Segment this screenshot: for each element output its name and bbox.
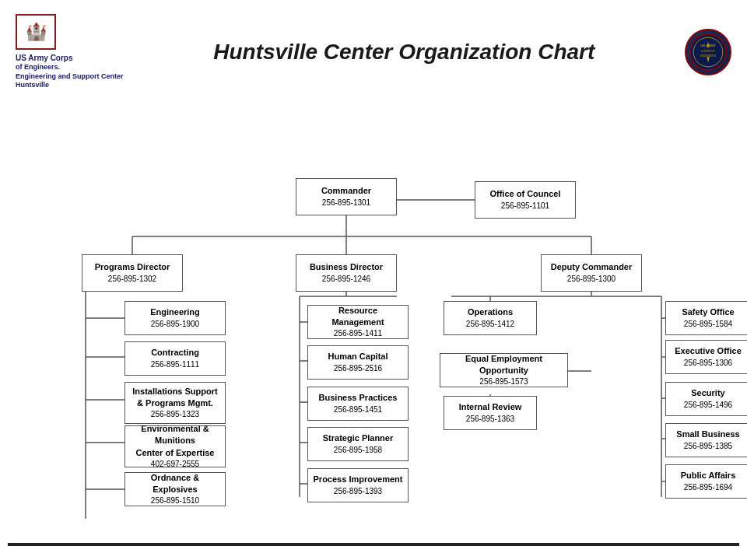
resource-management-box: Resource Management 256-895-1411 <box>307 305 409 339</box>
office-of-counsel-box: Office of Councel 256-895-1101 <box>475 181 576 219</box>
engineering-box: Engineering 256-895-1900 <box>124 301 226 335</box>
equal-employment-box: Equal Employment Opportunity 256-895-157… <box>440 353 568 387</box>
contracting-box: Contracting 256-895-1111 <box>124 341 226 376</box>
environmental-munitions-box: Environmental & Munitions Center of Expe… <box>124 425 226 467</box>
small-business-box: Small Business 256-895-1385 <box>665 423 747 457</box>
process-improvement-box: Process Improvement 256-895-1393 <box>307 468 409 502</box>
internal-review-box: Internal Review 256-895-1363 <box>444 396 537 430</box>
svg-text:CORPS OF: CORPS OF <box>701 50 715 53</box>
operations-box: Operations 256-895-1412 <box>444 301 537 335</box>
business-practices-box: Business Practices 256-895-1451 <box>307 387 409 421</box>
human-capital-box: Human Capital 256-895-2516 <box>307 345 409 380</box>
business-director-box: Business Director 256-895-1246 <box>296 254 397 292</box>
page: 🏰 US Army Corps of Engineers. Engineerin… <box>0 0 747 560</box>
logo-text: US Army Corps of Engineers. Engineering … <box>16 53 124 90</box>
commander-box: Commander 256-895-1301 <box>296 178 397 215</box>
installations-support-box: Installations Support & Programs Mgmt. 2… <box>124 382 226 424</box>
public-affairs-box: Public Affairs 256-895-1694 <box>665 464 747 499</box>
header: 🏰 US Army Corps of Engineers. Engineerin… <box>8 8 739 96</box>
castle-icon: 🏰 <box>26 22 47 42</box>
security-box: Security 256-895-1496 <box>665 382 747 416</box>
ordnance-explosives-box: Ordnance & Explosives 256-895-1510 <box>124 472 226 506</box>
deputy-commander-box: Deputy Commander 256-895-1300 <box>541 254 642 292</box>
safety-office-box: Safety Office 256-895-1584 <box>665 301 747 335</box>
org-chart: Commander 256-895-1301 Office of Councel… <box>8 100 739 536</box>
army-logo-box: 🏰 <box>16 14 56 50</box>
programs-director-box: Programs Director 256-895-1302 <box>82 254 183 292</box>
page-title: Huntsville Center Organization Chart <box>124 40 685 65</box>
executive-office-box: Executive Office 256-895-1306 <box>665 340 747 374</box>
bottom-bar <box>8 543 739 546</box>
svg-text:ENGINEERS: ENGINEERS <box>700 54 717 58</box>
logo-area: 🏰 US Army Corps of Engineers. Engineerin… <box>16 14 124 90</box>
seal-logo: US ARMY CORPS OF ENGINEERS <box>685 29 731 75</box>
strategic-planner-box: Strategic Planner 256-895-1958 <box>307 427 409 461</box>
